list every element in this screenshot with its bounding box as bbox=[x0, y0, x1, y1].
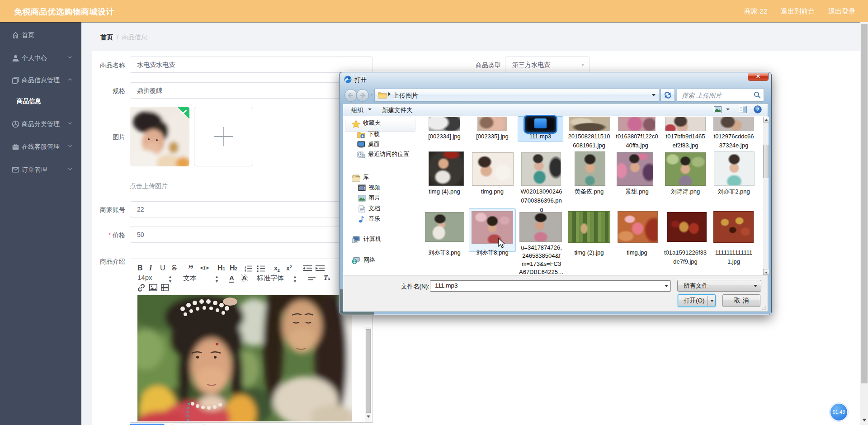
svg-text:3: 3 bbox=[245, 270, 246, 272]
svg-text:?: ? bbox=[756, 107, 760, 112]
